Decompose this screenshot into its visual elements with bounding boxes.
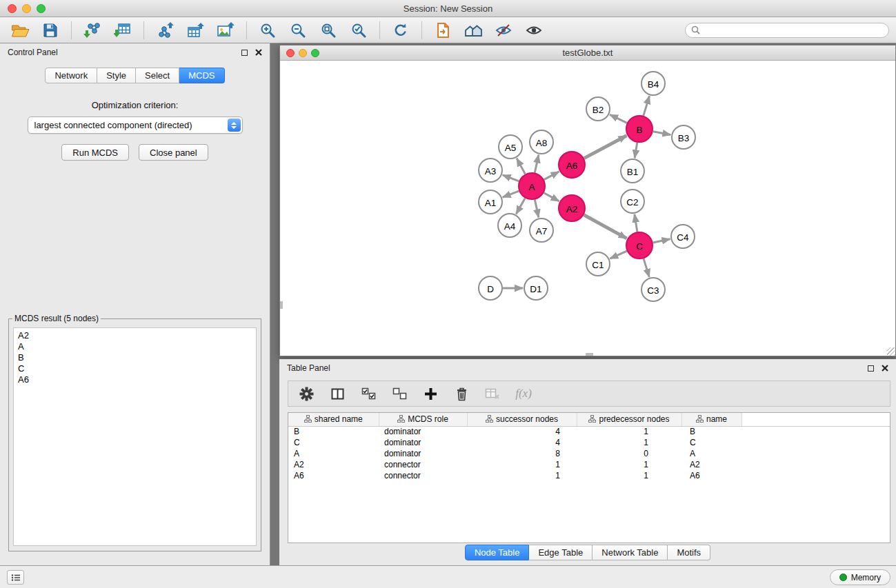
float-panel-icon[interactable] [241, 50, 248, 56]
graph-edge-A6-B[interactable] [584, 136, 627, 159]
close-table-panel-icon[interactable] [881, 365, 888, 372]
table-cell[interactable]: 4 [467, 437, 577, 448]
result-item[interactable]: B [18, 352, 252, 363]
zoom-out-button[interactable] [285, 19, 311, 41]
graph-edge-B-B2[interactable] [610, 114, 627, 123]
graph-edge-B-B1[interactable] [635, 143, 637, 159]
float-table-panel-icon[interactable] [868, 365, 874, 372]
export-network-button[interactable] [152, 19, 178, 41]
result-item[interactable]: A6 [18, 374, 252, 385]
column-header-name[interactable]: name [681, 413, 741, 426]
graph-node-A7[interactable]: A7 [530, 219, 553, 242]
graph-node-B1[interactable]: B1 [621, 159, 644, 183]
table-cell[interactable]: A6 [681, 470, 741, 481]
network-canvas[interactable]: B4B2BB3B1A5A8A6A3AA1A2C2A4A7C4CC1C3DD1 [280, 61, 895, 356]
network-maximize-button[interactable] [311, 49, 319, 57]
toolbar-search[interactable] [685, 23, 889, 38]
graph-edge-A-A7[interactable] [535, 200, 539, 218]
table-cell[interactable]: connector [379, 470, 467, 481]
graph-node-C2[interactable]: C2 [621, 190, 644, 213]
table-cell[interactable]: dominator [379, 437, 467, 448]
deselect-all-button[interactable] [390, 384, 408, 403]
graph-edge-B-B4[interactable] [644, 96, 650, 116]
table-cell[interactable]: connector [379, 459, 467, 470]
table-cell[interactable]: 1 [467, 459, 577, 470]
graph-node-A6[interactable]: A6 [559, 152, 585, 178]
graph-node-C[interactable]: C [626, 232, 653, 258]
export-table-button[interactable] [182, 19, 208, 41]
graph-node-B[interactable]: B [626, 116, 653, 142]
maximize-window-button[interactable] [37, 4, 46, 13]
table-cell[interactable]: C [681, 437, 741, 448]
add-column-button[interactable] [421, 384, 439, 403]
table-cell[interactable]: 1 [577, 470, 681, 481]
delete-column-button[interactable] [452, 384, 470, 403]
tab-style[interactable]: Style [97, 68, 136, 83]
table-cell[interactable]: B [681, 426, 741, 437]
graph-node-A2[interactable]: A2 [559, 195, 585, 221]
result-item[interactable]: C [18, 363, 252, 374]
memory-button[interactable]: Memory [830, 569, 890, 585]
graph-edge-C-C1[interactable] [610, 251, 627, 258]
table-cell[interactable]: C [288, 437, 379, 448]
graph-edge-C-C4[interactable] [653, 239, 670, 243]
function-builder-button[interactable]: f(x) [515, 384, 532, 403]
table-row-A[interactable]: Adominator80A [288, 448, 890, 459]
column-header-MCDS-role[interactable]: MCDS role [379, 413, 467, 426]
table-cell[interactable]: 1 [577, 459, 681, 470]
window-resize-grip[interactable] [887, 347, 895, 356]
network-graph[interactable]: B4B2BB3B1A5A8A6A3AA1A2C2A4A7C4CC1C3DD1 [280, 61, 895, 356]
network-window-titlebar[interactable]: testGlobe.txt [280, 45, 895, 61]
graph-edge-A-A5[interactable] [517, 159, 525, 174]
table-cell[interactable]: dominator [379, 448, 467, 459]
column-header-predecessor-nodes[interactable]: predecessor nodes [577, 413, 681, 426]
graph-edge-C-C2[interactable] [635, 214, 637, 232]
tab-node-table[interactable]: Node Table [465, 545, 530, 560]
table-row-C[interactable]: Cdominator41C [288, 437, 890, 448]
zoom-fit-button[interactable] [315, 19, 341, 41]
network-overview-button[interactable] [460, 19, 486, 41]
apply-layout-button[interactable] [388, 19, 414, 41]
table-row-A2[interactable]: A2connector11A2 [288, 459, 890, 470]
hide-details-button[interactable] [490, 19, 517, 41]
graph-node-A1[interactable]: A1 [479, 190, 502, 214]
graph-edge-B-B3[interactable] [653, 132, 671, 135]
manage-networks-button[interactable] [430, 19, 456, 41]
graph-node-A4[interactable]: A4 [498, 214, 521, 237]
table-cell[interactable]: A2 [681, 459, 741, 470]
optimization-criterion-select[interactable]: largest connected component (directed) [28, 116, 243, 134]
export-image-button[interactable] [212, 19, 239, 41]
table-settings-button[interactable] [297, 384, 315, 403]
graph-node-B2[interactable]: B2 [586, 97, 610, 121]
table-cell[interactable]: B [288, 426, 379, 437]
graph-node-A[interactable]: A [519, 173, 545, 199]
graph-edge-A-A1[interactable] [503, 191, 519, 197]
vertical-scroll-indicator[interactable] [280, 301, 283, 309]
select-all-button[interactable] [359, 384, 377, 403]
network-view-window[interactable]: testGlobe.txt B4B2BB3B1A5A8A6A3AA1A2C2A4… [279, 45, 896, 356]
task-history-button[interactable] [7, 570, 24, 585]
search-input[interactable] [704, 26, 883, 35]
tab-edge-table[interactable]: Edge Table [529, 545, 593, 560]
table-cell[interactable]: A [681, 448, 741, 459]
table-cell[interactable]: A [288, 448, 379, 459]
result-item[interactable]: A [18, 341, 252, 352]
graph-edge-A-A4[interactable] [516, 198, 525, 214]
minimize-window-button[interactable] [22, 4, 31, 13]
open-session-button[interactable] [7, 19, 33, 41]
table-cell[interactable]: dominator [379, 426, 467, 437]
tab-network-table[interactable]: Network Table [593, 545, 668, 560]
network-minimize-button[interactable] [299, 49, 307, 57]
table-cell[interactable]: 0 [577, 448, 681, 459]
graph-edge-A-A3[interactable] [503, 175, 519, 181]
graph-node-B4[interactable]: B4 [641, 72, 665, 95]
table-cell[interactable]: 1 [577, 437, 681, 448]
graph-edge-A-A2[interactable] [544, 193, 559, 201]
table-cell[interactable]: 8 [467, 448, 577, 459]
result-item[interactable]: A2 [18, 330, 252, 341]
graph-node-A8[interactable]: A8 [530, 130, 553, 154]
tab-network[interactable]: Network [45, 68, 97, 83]
table-row-B[interactable]: Bdominator41B [288, 426, 890, 437]
table-cell[interactable]: 1 [577, 426, 681, 437]
save-session-button[interactable] [37, 19, 63, 41]
